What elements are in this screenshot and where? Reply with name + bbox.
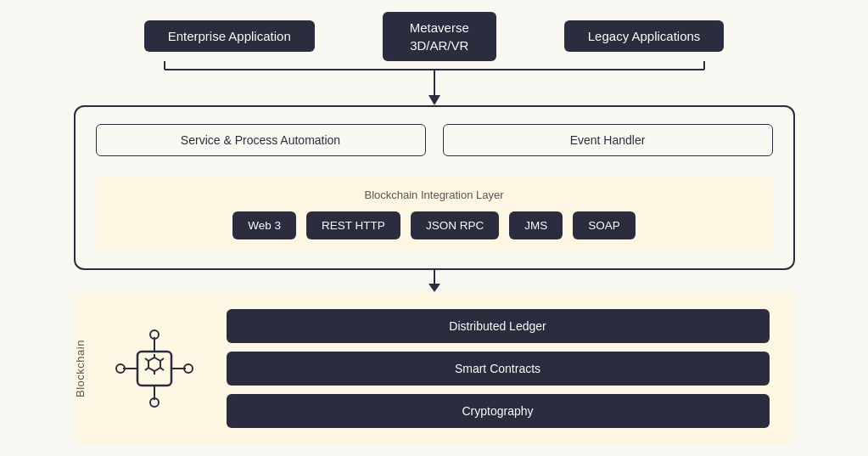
blockchain-svg-icon xyxy=(108,322,201,415)
svg-line-9 xyxy=(160,368,164,370)
connector-area xyxy=(74,61,795,105)
diagram-container: Enterprise Application Metaverse 3D/AR/V… xyxy=(27,12,842,445)
enterprise-application-box: Enterprise Application xyxy=(144,20,315,52)
distributed-ledger-box: Distributed Ledger xyxy=(227,309,770,343)
cryptography-box: Cryptography xyxy=(227,394,770,428)
svg-line-8 xyxy=(160,358,164,361)
arrow-down xyxy=(428,270,440,292)
protocol-row: Web 3 REST HTTP JSON RPC JMS SOAP xyxy=(113,211,756,239)
protocol-web3: Web 3 xyxy=(232,211,296,239)
blockchain-icon xyxy=(99,313,210,424)
metaverse-box: Metaverse 3D/AR/VR xyxy=(383,12,496,61)
protocol-jms: JMS xyxy=(509,211,563,239)
service-process-box: Service & Process Automation xyxy=(96,124,426,156)
arrow-head xyxy=(428,284,440,292)
connector-svg xyxy=(74,61,795,105)
arrow-shaft xyxy=(434,270,435,284)
svg-marker-4 xyxy=(428,95,440,105)
protocol-soap: SOAP xyxy=(573,211,636,239)
top-section: Enterprise Application Metaverse 3D/AR/V… xyxy=(27,12,842,105)
blockchain-items: Distributed Ledger Smart Contracts Crypt… xyxy=(210,309,770,428)
svg-marker-6 xyxy=(148,357,160,371)
blockchain-layer-label: Blockchain Integration Layer xyxy=(113,189,756,201)
legacy-applications-box: Legacy Applications xyxy=(564,20,725,52)
blockchain-side-label: Blockchain xyxy=(74,340,87,397)
blockchain-panel: Blockchain xyxy=(74,292,795,445)
svg-line-12 xyxy=(145,358,148,361)
top-boxes-row: Enterprise Application Metaverse 3D/AR/V… xyxy=(74,12,795,61)
protocol-jsonrpc: JSON RPC xyxy=(411,211,499,239)
event-handler-box: Event Handler xyxy=(443,124,773,156)
integration-panel: Service & Process Automation Event Handl… xyxy=(74,105,795,270)
smart-contracts-box: Smart Contracts xyxy=(227,352,770,386)
blockchain-layer: Blockchain Integration Layer Web 3 REST … xyxy=(96,177,773,251)
svg-line-11 xyxy=(145,368,148,370)
protocol-rest: REST HTTP xyxy=(306,211,400,239)
integration-inner-row: Service & Process Automation Event Handl… xyxy=(96,124,773,156)
